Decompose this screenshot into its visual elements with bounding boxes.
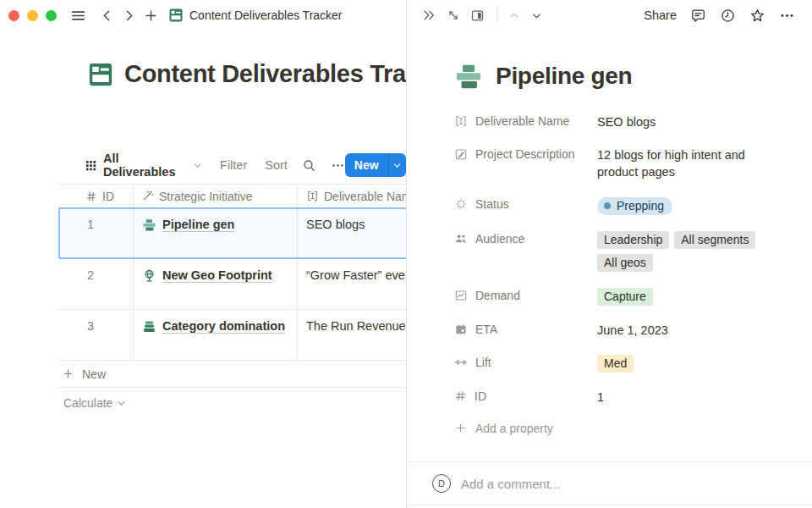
peek-panel: Share xyxy=(406,0,812,508)
property-value[interactable]: Capture xyxy=(597,288,653,306)
column-header-id[interactable]: ID xyxy=(59,185,134,207)
comments-button[interactable] xyxy=(690,8,706,24)
property-value[interactable]: Med xyxy=(597,355,634,373)
back-button[interactable] xyxy=(97,6,116,25)
updates-button[interactable] xyxy=(720,8,736,24)
peek-page-title: Pipeline gen xyxy=(454,62,787,91)
table-row[interactable]: 2 New Geo Footprint “Grow Faster” eve xyxy=(59,259,406,310)
tag-pill[interactable]: All segments xyxy=(674,231,755,249)
clock-icon xyxy=(720,8,736,24)
new-tab-button[interactable] xyxy=(141,6,160,25)
comment-section: D Add a comment... xyxy=(407,461,812,505)
share-button[interactable]: Share xyxy=(644,8,677,22)
page-link[interactable]: New Geo Footprint xyxy=(162,268,272,282)
bar-chart-icon[interactable] xyxy=(454,62,483,91)
property-value[interactable]: SEO blogs xyxy=(597,113,656,130)
tag-pill[interactable]: Med xyxy=(597,355,634,373)
zoom-window-button[interactable] xyxy=(46,10,57,21)
property-id: ID 1 xyxy=(454,389,787,406)
new-record-button[interactable]: New xyxy=(345,153,388,177)
peek-body: Pipeline gen Deliverable Name SEO blogs … xyxy=(407,30,812,435)
views-menu-button[interactable]: All Deliverables xyxy=(85,152,202,179)
add-property-button[interactable]: Add a property xyxy=(454,422,787,435)
property-value[interactable]: June 1, 2023 xyxy=(597,322,668,339)
property-deliverable-name: Deliverable Name SEO blogs xyxy=(454,113,787,130)
page-title: Content Deliverables Tracker xyxy=(88,60,406,88)
column-header-deliverable-name[interactable]: Deliverable Name xyxy=(298,185,406,207)
plus-icon xyxy=(454,422,467,434)
row-initiative-cell[interactable]: Category domination xyxy=(134,310,298,360)
user-avatar: D xyxy=(432,474,451,493)
filter-button[interactable]: Filter xyxy=(220,158,247,172)
property-label[interactable]: Lift xyxy=(454,355,597,369)
property-audience: Audience Leadership All segments All geo… xyxy=(454,231,787,272)
open-full-page-button[interactable] xyxy=(447,8,460,22)
dumbbell-icon xyxy=(454,356,468,369)
peek-title-text[interactable]: Pipeline gen xyxy=(496,63,632,90)
chevron-down-icon xyxy=(530,9,543,22)
calendar-icon xyxy=(454,323,468,336)
more-options-button[interactable] xyxy=(779,8,795,24)
previous-record-button[interactable] xyxy=(508,9,520,22)
expand-diagonal-icon xyxy=(447,8,460,22)
row-deliverable-cell[interactable]: The Run Revenue S xyxy=(298,310,406,360)
property-value[interactable]: 1 xyxy=(597,389,604,406)
property-label[interactable]: ID xyxy=(454,389,597,403)
status-spinner-icon xyxy=(454,197,468,211)
property-label[interactable]: Project Description xyxy=(454,146,597,161)
edit-note-icon xyxy=(454,147,468,161)
comment-input[interactable]: Add a comment... xyxy=(461,477,798,491)
tag-pill[interactable]: Capture xyxy=(597,288,653,306)
property-eta: ETA June 1, 2023 xyxy=(454,322,787,339)
side-peek-toggle-button[interactable] xyxy=(470,8,485,23)
table-row[interactable]: 3 Category domination The Run Revenue S xyxy=(59,310,406,361)
row-id-cell[interactable]: 1 xyxy=(59,208,134,258)
tag-pill[interactable]: All geos xyxy=(597,254,653,272)
next-record-button[interactable] xyxy=(530,9,543,22)
minimize-window-button[interactable] xyxy=(27,10,38,21)
row-deliverable-cell[interactable]: “Grow Faster” eve xyxy=(298,259,406,309)
chevron-right-icon xyxy=(122,8,136,23)
favorite-button[interactable] xyxy=(749,8,765,24)
property-list: Deliverable Name SEO blogs Project Descr… xyxy=(454,113,787,435)
view-options-button[interactable] xyxy=(331,158,345,173)
line-chart-icon xyxy=(454,289,468,302)
property-label[interactable]: Deliverable Name xyxy=(454,113,597,128)
search-button[interactable] xyxy=(302,158,316,173)
row-initiative-cell[interactable]: Pipeline gen xyxy=(134,208,298,258)
plus-icon xyxy=(62,367,74,380)
property-label[interactable]: Audience xyxy=(454,231,597,246)
page-link[interactable]: Pipeline gen xyxy=(162,218,234,231)
property-value[interactable]: 12 blogs for high intent and product pag… xyxy=(597,146,773,180)
row-deliverable-cell[interactable]: SEO blogs xyxy=(298,208,406,258)
page-title-text[interactable]: Content Deliverables Tracker xyxy=(124,60,406,88)
side-peek-icon xyxy=(470,8,485,23)
calculate-button[interactable]: Calculate xyxy=(59,390,406,416)
property-label[interactable]: ETA xyxy=(454,322,597,336)
double-chevron-right-icon xyxy=(421,8,436,23)
status-dot-icon xyxy=(604,202,611,209)
sort-button[interactable]: Sort xyxy=(265,158,288,172)
row-id-cell[interactable]: 2 xyxy=(59,259,134,309)
property-label[interactable]: Demand xyxy=(454,288,597,302)
add-row-button[interactable]: New xyxy=(59,361,406,388)
tag-pill[interactable]: Leadership xyxy=(597,231,669,249)
column-header-strategic-initiative[interactable]: Strategic Initiative xyxy=(134,185,298,207)
property-value[interactable]: Leadership All segments All geos xyxy=(597,231,773,272)
page-icon-large[interactable] xyxy=(88,62,113,87)
breadcrumb[interactable]: Content Deliverables Tracker xyxy=(168,8,343,23)
table-row[interactable]: 1 Pipeline gen SEO blogs xyxy=(59,208,406,259)
forward-button[interactable] xyxy=(119,6,138,25)
row-initiative-cell[interactable]: New Geo Footprint xyxy=(134,259,298,309)
window-controls xyxy=(8,10,57,21)
status-pill[interactable]: Prepping xyxy=(597,197,672,215)
globe-icon xyxy=(142,268,156,283)
new-record-dropdown-button[interactable] xyxy=(388,153,406,177)
property-label[interactable]: Status xyxy=(454,196,597,211)
property-value[interactable]: Prepping xyxy=(597,196,672,215)
row-id-cell[interactable]: 3 xyxy=(59,310,134,360)
close-peek-button[interactable] xyxy=(421,8,436,23)
page-link[interactable]: Category domination xyxy=(162,319,285,333)
sidebar-toggle-button[interactable] xyxy=(69,6,87,25)
close-window-button[interactable] xyxy=(8,10,19,21)
